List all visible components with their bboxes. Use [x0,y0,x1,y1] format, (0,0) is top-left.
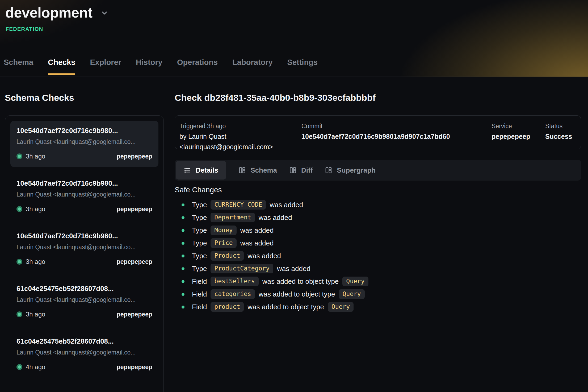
check-footer: 3h ago pepepepeep [16,311,152,318]
tab-details-label: Details [196,166,218,174]
schema-check-list-item[interactable]: 10e540d7aef72c0d716c9b980... Laurin Quas… [10,226,158,272]
schema-checks-list: 10e540d7aef72c0d716c9b980... Laurin Quas… [5,115,164,392]
triggered-label: Triggered 3h ago [179,121,273,131]
columns-icon [289,166,297,174]
change-code-chip: bestSellers [211,277,258,286]
check-view-tabs: Details Schema Diff [175,160,581,181]
change-code-chip: Department [211,213,255,222]
schema-check-list-item[interactable]: 10e540d7aef72c0d716c9b980... Laurin Quas… [10,173,158,220]
bullet-icon [182,203,184,206]
schema-check-list-item[interactable]: 10e540d7aef72c0d716c9b980... Laurin Quas… [10,121,158,167]
bullet-icon [182,242,184,245]
status-dot-icon [16,206,22,212]
check-hash: 10e540d7aef72c0d716c9b980... [16,179,152,187]
list-icon [184,166,191,174]
schema-checks-heading: Schema Checks [5,93,74,103]
main-nav-tabs: Schema Checks Explorer History Operation… [4,58,318,77]
status-dot-icon [16,364,22,370]
change-kind: Type [192,201,207,209]
change-row: Type CURRENCY_CODE was added [175,198,372,211]
change-text: was added [240,226,274,235]
check-footer: 4h ago pepepepeep [16,363,152,371]
page-header: development FEDERATION Schema Checks Exp… [0,0,588,77]
change-kind: Type [192,252,207,260]
nav-tab-explorer[interactable]: Explorer [90,58,121,77]
change-text: was added to object type [247,303,324,311]
page-title: development [5,4,93,21]
change-kind: Field [192,290,207,298]
tab-supergraph[interactable]: Supergraph [325,166,376,174]
change-row: Type Department was added [175,211,372,224]
status-dot-icon [16,153,22,159]
check-hash: 10e540d7aef72c0d716c9b980... [16,232,152,240]
change-target-chip: Query [328,302,354,312]
triggered-author: by Laurin Quast [179,131,273,142]
change-code-chip: Price [211,238,236,248]
check-author: Laurin Quast <laurinquast@googlemail.co.… [16,138,152,145]
commit-hash: 10e540d7aef72c0d716c9b9801a9d907c1a7bd60 [301,131,450,142]
meta-commit: Commit 10e540d7aef72c0d716c9b9801a9d907c… [301,121,450,142]
change-code-chip: ProductCategory [211,264,273,273]
tab-details[interactable]: Details [176,161,226,180]
check-time: 4h ago [26,363,45,371]
nav-tab-schema[interactable]: Schema [4,58,33,77]
nav-tab-checks[interactable]: Checks [48,58,75,77]
change-target-chip: Query [342,277,368,286]
change-kind: Type [192,226,207,235]
change-row: Type ProductCategory was added [175,262,372,275]
nav-tab-history[interactable]: History [136,58,162,77]
check-service: pepepepeep [117,364,152,371]
bullet-icon [182,255,184,257]
check-service: pepepepeep [117,311,152,318]
meta-triggered: Triggered 3h ago by Laurin Quast <laurin… [179,121,273,152]
project-switcher-button[interactable] [100,9,108,18]
change-row: Field categories was added to object typ… [175,288,372,301]
check-author: Laurin Quast <laurinquast@googlemail.co.… [16,296,152,303]
check-detail-heading: Check db28f481-35aa-40b0-b8b9-303ecfabbb… [175,93,376,103]
safe-changes-list: Type CURRENCY_CODE was added Type Depart… [175,198,372,313]
check-footer: 3h ago pepepepeep [16,153,152,160]
change-code-chip: product [211,302,244,312]
check-service: pepepepeep [117,153,152,160]
change-row: Type Price was added [175,237,372,249]
status-value: Success [545,131,572,142]
tab-schema[interactable]: Schema [238,166,277,174]
change-code-chip: Money [211,226,236,235]
change-kind: Field [192,303,207,311]
federation-badge: FEDERATION [6,26,43,32]
check-service: pepepepeep [117,258,152,265]
change-text: was added to object type [259,290,335,298]
change-row: Type Product was added [175,249,372,262]
schema-check-list-item[interactable]: 61c04e25475eb52f28607d08... Laurin Quast… [10,331,158,378]
check-time-row: 3h ago [16,311,45,318]
tab-diff[interactable]: Diff [289,166,313,174]
nav-tab-laboratory[interactable]: Laboratory [232,58,272,77]
meta-service: Service pepepepeep [492,121,530,142]
project-title-row: development [5,4,108,21]
check-time-row: 4h ago [16,363,45,371]
check-time: 3h ago [26,311,45,318]
check-service: pepepepeep [117,206,152,213]
check-time-row: 3h ago [16,258,45,265]
change-text: was added to object type [262,277,339,286]
change-text: was added [247,252,281,260]
status-label: Status [545,121,572,131]
check-time: 3h ago [26,258,45,265]
check-hash: 61c04e25475eb52f28607d08... [16,337,152,345]
change-kind: Field [192,277,207,286]
nav-tab-operations[interactable]: Operations [177,58,218,77]
check-author: Laurin Quast <laurinquast@googlemail.co.… [16,349,152,356]
nav-tab-settings[interactable]: Settings [287,58,318,77]
service-name: pepepepeep [492,131,530,142]
check-author: Laurin Quast <laurinquast@googlemail.co.… [16,244,152,251]
bullet-icon [182,280,184,283]
change-row: Field bestSellers was added to object ty… [175,275,372,288]
check-meta-box: Triggered 3h ago by Laurin Quast <laurin… [175,115,581,149]
columns-icon [325,166,332,174]
schema-check-list-item[interactable]: 61c04e25475eb52f28607d08... Laurin Quast… [10,279,158,325]
triggered-email: <laurinquast@googlemail.com> [179,142,273,152]
check-time-row: 3h ago [16,205,45,213]
check-hash: 10e540d7aef72c0d716c9b980... [16,127,152,135]
chevron-down-icon [100,9,108,18]
change-kind: Type [192,239,207,247]
